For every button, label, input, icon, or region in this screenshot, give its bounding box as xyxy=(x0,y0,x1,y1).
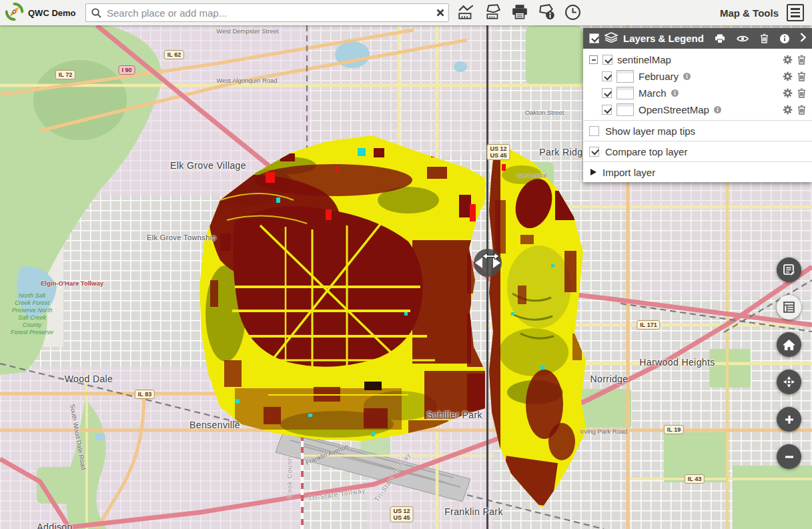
trash-icon xyxy=(797,55,806,65)
legend-info-button[interactable] xyxy=(780,34,789,43)
attribute-table-button[interactable] xyxy=(777,295,801,320)
menu-button[interactable] xyxy=(787,4,804,21)
attribute-table-icon xyxy=(783,301,795,314)
zoom-out-icon xyxy=(784,452,795,462)
app-logo: QWC Demo xyxy=(5,3,79,23)
layer-settings-button[interactable] xyxy=(783,105,793,115)
panel-master-checkbox[interactable] xyxy=(589,33,599,43)
option-label: Compare top layer xyxy=(605,146,687,157)
trash-icon xyxy=(797,105,806,115)
toolbar xyxy=(458,4,581,21)
delete-icon xyxy=(760,33,769,43)
layer-row-february: February xyxy=(583,68,812,85)
search-box xyxy=(85,3,449,22)
layers-icon xyxy=(604,32,618,45)
sketch-notes-button[interactable] xyxy=(777,257,801,282)
layer-thumbnail xyxy=(617,87,634,99)
layer-checkbox[interactable] xyxy=(602,55,613,65)
map-tips-checkbox[interactable] xyxy=(589,126,599,136)
measure-line-icon xyxy=(458,4,475,20)
locate-icon xyxy=(783,376,795,388)
gear-icon xyxy=(783,105,793,115)
zoom-in-icon xyxy=(784,414,795,425)
layer-name: OpenStreetMap xyxy=(639,104,709,115)
option-show-map-tips: Show layer map tips xyxy=(583,120,812,141)
gear-icon xyxy=(783,55,793,65)
option-label: Show layer map tips xyxy=(605,125,695,137)
app-title: QWC Demo xyxy=(28,8,76,18)
home-button[interactable] xyxy=(777,332,801,357)
measure-area-button[interactable] xyxy=(484,4,502,21)
layer-delete-button[interactable] xyxy=(797,71,806,81)
chevron-right-icon xyxy=(800,33,806,42)
gear-icon xyxy=(783,88,793,98)
layer-checkbox[interactable] xyxy=(602,88,612,98)
layer-settings-button[interactable] xyxy=(783,88,793,98)
layer-checkbox[interactable] xyxy=(602,105,612,115)
map-viewport: Elk Grove Village Park Ridge Wood Dale B… xyxy=(0,25,812,529)
info-icon xyxy=(780,34,789,43)
layer-settings-button[interactable] xyxy=(783,71,793,81)
trash-icon xyxy=(797,88,806,98)
option-compare-top-layer: Compare top layer xyxy=(583,141,812,161)
menu-area: Map & Tools xyxy=(720,4,807,21)
home-icon xyxy=(782,338,796,351)
layer-row-sentinelmap: sentinelMap xyxy=(583,51,812,68)
search-input[interactable] xyxy=(105,7,431,19)
time-manager-icon xyxy=(564,4,581,21)
layer-name: sentinelMap xyxy=(617,54,671,65)
collapse-group-toggle[interactable] xyxy=(589,55,598,64)
sketch-notes-icon xyxy=(783,263,795,276)
layer-info-icon[interactable] xyxy=(671,87,679,99)
layers-panel: Layers & Legend xyxy=(583,28,812,182)
print-icon xyxy=(511,4,528,20)
layer-row-march: March xyxy=(583,85,812,101)
layer-settings-button[interactable] xyxy=(783,55,793,65)
print-button[interactable] xyxy=(511,4,528,21)
topbar: QWC Demo xyxy=(0,0,812,25)
import-layer-label: Import layer xyxy=(602,167,655,178)
layer-info-icon[interactable] xyxy=(683,71,691,82)
visibility-icon xyxy=(737,35,749,43)
layer-checkbox[interactable] xyxy=(602,71,612,81)
delete-all-layers-button[interactable] xyxy=(760,33,769,43)
zoom-in-button[interactable] xyxy=(777,407,801,432)
layer-delete-button[interactable] xyxy=(797,105,806,115)
gear-icon xyxy=(783,71,793,81)
layer-thumbnail xyxy=(617,70,634,83)
layer-name: March xyxy=(639,87,667,99)
layer-info-icon[interactable] xyxy=(714,104,721,115)
clear-search-button[interactable] xyxy=(434,8,446,19)
hamburger-icon xyxy=(791,8,800,10)
zoom-out-button[interactable] xyxy=(777,444,801,469)
layer-row-openstreetmap: OpenStreetMap xyxy=(583,101,812,118)
map-tools-label: Map & Tools xyxy=(720,7,779,19)
import-layer-row[interactable]: Import layer xyxy=(583,161,812,182)
expand-triangle-icon xyxy=(590,169,596,175)
layer-delete-button[interactable] xyxy=(797,55,806,65)
measure-area-icon xyxy=(484,4,502,20)
search-icon xyxy=(91,7,102,21)
layers-panel-header: Layers & Legend xyxy=(583,28,812,49)
identify-region-button[interactable] xyxy=(538,4,555,21)
compass-logo-icon xyxy=(5,3,23,23)
print-icon xyxy=(715,34,725,43)
panel-title: Layers & Legend xyxy=(623,33,704,44)
locate-button[interactable] xyxy=(777,370,801,394)
layer-tree: sentinelMap February xyxy=(583,49,812,120)
layer-thumbnail xyxy=(617,103,634,116)
print-legend-button[interactable] xyxy=(715,34,725,43)
layer-name: February xyxy=(639,71,679,82)
compare-layer-checkbox[interactable] xyxy=(589,147,599,157)
collapse-panel-button[interactable] xyxy=(800,33,806,44)
layer-delete-button[interactable] xyxy=(797,88,806,98)
toggle-all-visibility-button[interactable] xyxy=(737,35,749,43)
time-manager-button[interactable] xyxy=(564,4,581,21)
identify-region-icon xyxy=(538,4,555,20)
compare-slider-handle[interactable] xyxy=(474,249,502,277)
clear-x-icon xyxy=(436,9,444,17)
measure-line-button[interactable] xyxy=(458,4,475,21)
trash-icon xyxy=(797,71,806,81)
